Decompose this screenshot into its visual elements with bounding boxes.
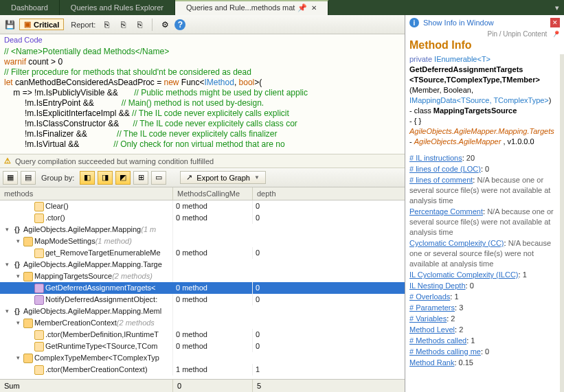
table-row[interactable]: .ctor(MemberCreationContext)1 method1 <box>0 364 405 376</box>
expand-toggle[interactable]: ▾ <box>3 224 11 235</box>
metric-link[interactable]: IL Cyclomatic Complexity (ILCC) <box>409 270 519 279</box>
results-tool-1[interactable]: ▦ <box>3 171 18 185</box>
report-label: Report: <box>71 21 95 29</box>
expand-toggle[interactable]: ▾ <box>14 235 22 247</box>
table-row[interactable]: ▾AgileObjects.AgileMapper.Mapping.Meml <box>0 305 405 317</box>
groupby-opt-3[interactable]: ◩ <box>115 171 131 185</box>
groupby-opt-1[interactable]: ◧ <box>80 171 95 185</box>
expand-toggle[interactable]: ▾ <box>14 317 22 329</box>
expand-toggle[interactable]: ▾ <box>14 270 22 282</box>
metric-link[interactable]: Cyclomatic Complexity (CC) <box>409 239 504 247</box>
sum-label: Sum <box>0 380 173 392</box>
results-tool-2[interactable]: ▤ <box>21 171 36 185</box>
metric-value: 1 <box>523 270 527 279</box>
code-editor[interactable]: // <Name>Potentially dead Methods</Name>… <box>0 45 405 154</box>
metric-link[interactable]: Method Rank <box>409 358 454 367</box>
expand-toggle[interactable]: ▾ <box>14 352 22 364</box>
mthp-icon <box>34 330 44 340</box>
table-row[interactable]: ▾MapModeSettings (1 method) <box>0 235 405 247</box>
toolbar-separator <box>152 19 153 31</box>
expand-toggle[interactable]: ▾ <box>3 259 11 270</box>
col-header-calling[interactable]: MethodsCallingMe <box>173 187 253 200</box>
metric-link[interactable]: # IL instructions <box>409 154 462 162</box>
pin-icon[interactable]: 📍 <box>550 29 561 40</box>
table-row[interactable]: ▾ComplexTypeMember<TComplexTyp <box>0 352 405 364</box>
row-label: .ctor() <box>45 212 65 224</box>
metric-value: 0 <box>485 347 489 356</box>
mthp-icon <box>34 249 44 258</box>
info-heading: Method Info <box>405 39 564 54</box>
cell-calling: 0 method <box>173 212 253 224</box>
metric-row: # lines of comment: N/A because one or s… <box>409 175 556 206</box>
groupby-opt-2[interactable]: ◨ <box>98 171 113 185</box>
col-header-depth[interactable]: depth <box>253 187 405 200</box>
metric-link[interactable]: # Methods calling me <box>409 347 481 356</box>
metric-link[interactable]: Method Level <box>409 325 455 334</box>
metric-value: 1 <box>471 336 475 345</box>
sig-generics: <TSource,TComplexType,TMember> <box>409 75 556 85</box>
metric-link[interactable]: # lines of comment <box>409 176 473 184</box>
tab-0[interactable]: Dashboard <box>0 0 60 15</box>
cell-depth: 0 <box>253 200 405 212</box>
info-close-button[interactable]: ✕ <box>550 18 560 27</box>
results-tree[interactable]: Clear()0 method0.ctor()0 method0▾AgileOb… <box>0 200 405 379</box>
pin-label[interactable]: Pin / Unpin Content <box>488 30 548 38</box>
metric-value: 2 <box>459 325 463 334</box>
table-row[interactable]: NotifyDeferredAssignmentObject:0 method0 <box>0 294 405 305</box>
tabbar-menu-button[interactable]: ▾ <box>550 0 564 15</box>
tab-1[interactable]: Queries and Rules Explorer <box>60 0 175 15</box>
critical-button[interactable]: ▣ Critical <box>19 19 64 30</box>
table-row[interactable]: GetDeferredAssignmentTargets<0 method0 <box>0 282 405 294</box>
tab-pin-icon[interactable]: 📌 <box>297 3 307 12</box>
table-row[interactable]: ▾AgileObjects.AgileMapper.Mapping.Targe <box>0 259 405 270</box>
report-export-2[interactable]: ⎘ <box>116 18 130 32</box>
metric-row: IL Cyclomatic Complexity (ILCC): 1 <box>409 270 556 280</box>
report-export-1[interactable]: ⎘ <box>100 18 113 32</box>
metric-link[interactable]: # Methods called <box>409 336 466 345</box>
save-button[interactable]: 💾 <box>3 18 16 32</box>
col-header-methods[interactable]: methods <box>0 187 173 200</box>
mth-icon <box>34 295 44 305</box>
metric-value: 3 <box>459 303 463 312</box>
info-scrollbar[interactable] <box>560 54 564 392</box>
table-row[interactable]: ▾MappingTargetsSource (2 methods) <box>0 270 405 282</box>
metric-link[interactable]: # Variables <box>409 314 447 323</box>
table-row[interactable]: .ctor(MemberDefinition,IRuntimeT0 method… <box>0 329 405 341</box>
table-row[interactable]: ▾MemberCreationContext (2 methods <box>0 317 405 329</box>
groupby-opt-4[interactable]: ⊞ <box>133 171 148 185</box>
tab-close-icon[interactable]: ✕ <box>311 4 317 12</box>
help-button[interactable]: ? <box>174 19 185 30</box>
metric-value: 0 <box>470 281 474 290</box>
ns-prefix: - { } <box>409 116 556 126</box>
row-label: MappingTargetsSource <box>34 270 112 282</box>
table-row[interactable]: get_RemoveTargetEnumerableMe0 method0 <box>0 247 405 259</box>
metric-row: # Methods called: 1 <box>409 336 556 346</box>
metric-link[interactable]: IL Nesting Depth <box>409 281 466 290</box>
metric-link[interactable]: Percentage Comment <box>409 207 483 216</box>
settings-button[interactable]: ⚙ <box>158 18 172 32</box>
sum-depth: 5 <box>253 380 405 392</box>
asm-ver: , v1.0.0.0 <box>503 137 534 146</box>
table-row[interactable]: GetRuntimeType<TSource,TCom0 method0 <box>0 341 405 352</box>
table-row[interactable]: .ctor()0 method0 <box>0 212 405 224</box>
cell-depth: 0 <box>253 212 405 224</box>
row-label: AgileObjects.AgileMapper.Mapping.Targe <box>23 259 162 270</box>
report-export-3[interactable]: ⎘ <box>133 18 146 32</box>
ns-icon <box>12 307 22 316</box>
show-info-in-window-link[interactable]: Show Info in Window <box>423 19 494 27</box>
row-label: .ctor(MemberCreationContext) <box>45 364 148 376</box>
expand-toggle[interactable]: ▾ <box>3 305 11 317</box>
groupby-opt-5[interactable]: ▭ <box>151 171 166 185</box>
metric-link[interactable]: # Overloads <box>409 292 450 301</box>
export-to-graph-button[interactable]: ↗ Export to Graph ▼ <box>180 171 266 184</box>
table-row[interactable]: ▾AgileObjects.AgileMapper.Mapping (1 m <box>0 224 405 235</box>
tab-bar: DashboardQueries and Rules ExplorerQueri… <box>0 0 564 15</box>
sum-calling: 0 <box>173 380 253 392</box>
cls-icon <box>23 272 33 281</box>
info-panel: i Show Info in Window ✕ Pin / Unpin Cont… <box>405 15 564 392</box>
table-row[interactable]: Clear()0 method0 <box>0 200 405 212</box>
metric-link[interactable]: # lines of code (LOC) <box>409 165 481 173</box>
cls-icon <box>23 319 33 328</box>
metric-link[interactable]: # Parameters <box>409 303 455 312</box>
tab-2[interactable]: Queries and Rule...methods mat📌✕ <box>175 0 328 15</box>
